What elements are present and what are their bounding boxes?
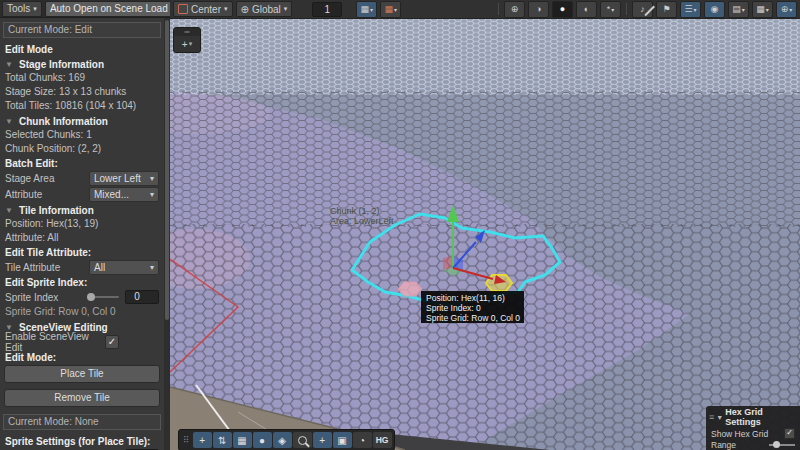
sprite-index-label: Sprite Index <box>5 292 89 303</box>
chevron-down-icon: ▾ <box>150 263 154 272</box>
move-icon: + <box>319 435 325 446</box>
hex-grid-tool-button[interactable]: HG <box>373 432 392 448</box>
move-tool-button[interactable]: + <box>193 432 212 448</box>
gizmo-flag-toggle[interactable]: ⚑ <box>656 1 677 18</box>
layers-tool-button[interactable]: ◈ <box>273 432 292 448</box>
chevron-down-icon: ▾ <box>370 6 373 13</box>
grid-tool-button[interactable]: ▦ <box>233 432 252 448</box>
tool-handle-rotation-dropdown[interactable]: ⊕ Global ▾ <box>236 1 293 17</box>
overlay-drag-handle[interactable]: ═ <box>174 28 200 36</box>
window-toolbar: Tools ▾ Auto Open on Scene Load Display:… <box>0 0 170 18</box>
chevron-down-icon: ▾ <box>224 5 228 13</box>
wireframe-icon: ◑ <box>536 4 541 14</box>
tools-overlay-collapsed[interactable]: ═ + ▾ <box>173 27 201 53</box>
attribute-label: Attribute <box>5 189 89 200</box>
slider-knob[interactable] <box>87 293 95 301</box>
increment-snap-icon: ▦ <box>385 4 394 14</box>
show-hex-grid-checkbox[interactable]: ✓ <box>784 428 795 439</box>
camera-settings-dropdown[interactable]: ▦ ▾ <box>752 1 773 18</box>
auto-open-toggle[interactable]: Auto Open on Scene Load <box>45 1 170 17</box>
render-mode-button[interactable]: ⊕ <box>504 1 525 18</box>
slider-knob[interactable] <box>773 441 780 448</box>
tools-label: Tools <box>7 3 30 15</box>
shadows-icon: ◐ <box>584 4 589 14</box>
chunk-label-line2: Area: LowerLeft <box>330 216 394 226</box>
zoom-tool-button[interactable] <box>293 432 312 448</box>
foldout-chunk-information[interactable]: ▼ Chunk Information <box>0 113 164 128</box>
overlay-drag-handle[interactable]: ≡ <box>709 412 714 422</box>
shapes-tool-button[interactable]: ▣ <box>333 432 352 448</box>
enable-sceneview-checkbox[interactable]: ✓ <box>105 335 119 349</box>
audio-muted-icon: ♪ <box>640 4 645 14</box>
increment-snap-dropdown[interactable]: ▦ ▾ <box>380 1 401 18</box>
brush-tool-button[interactable]: ● <box>253 432 272 448</box>
grid-icon: ▦ <box>237 435 246 446</box>
chevron-down-icon: ▾ <box>394 6 397 13</box>
current-edit-mode-box: Current Mode: None <box>3 414 161 430</box>
stage-area-label: Stage Area <box>5 173 89 184</box>
scene-view-toolbar: Center ▾ ⊕ Global ▾ 1 ▦ ▾ ▦ ▾ ⊕ ◑ ● ◐ * … <box>170 0 800 19</box>
wireframe-mode-button[interactable]: ◑ <box>528 1 549 18</box>
orient-tool-button[interactable]: ◔ <box>353 432 372 448</box>
foldout-triangle-icon: ▼ <box>5 117 19 126</box>
tile-attribute-dropdown[interactable]: All ▾ <box>89 260 159 275</box>
stage-area-dropdown[interactable]: Lower Left ▾ <box>89 171 159 186</box>
remove-tile-button[interactable]: Remove Tile <box>4 389 160 407</box>
sprite-index-slider[interactable] <box>89 296 119 298</box>
chunk-position-value: Chunk Position: (2, 2) <box>0 142 164 156</box>
scene-view-canvas[interactable]: Chunk (1, 2) Area: LowerLeft Position: H… <box>170 19 800 450</box>
foldout-tile-information[interactable]: ▼ Tile Information <box>0 202 164 217</box>
move-tool-icon: + <box>182 39 188 50</box>
tools-menu-button[interactable]: Tools ▾ <box>2 1 42 17</box>
lighting-icon: ● <box>560 4 565 14</box>
tool-handle-position-dropdown[interactable]: Center ▾ <box>173 1 233 17</box>
chevron-down-icon: ▾ <box>189 40 193 48</box>
chevron-down-icon: ▾ <box>742 6 745 13</box>
chevron-down-icon: ▾ <box>284 5 288 13</box>
tooltip-sprite-grid: Sprite Grid: Row 0, Col 0 <box>426 313 520 323</box>
scene-lighting-toggle[interactable]: ● <box>552 1 573 18</box>
audio-mute-toggle[interactable]: ♪ <box>632 1 653 18</box>
gizmos-dropdown[interactable]: ⊕ ▾ <box>776 1 797 18</box>
sprite-settings-label: Sprite Settings (for Place Tile): <box>0 434 164 448</box>
hex-grid-mid <box>170 91 800 227</box>
hex-grid-far <box>170 19 800 95</box>
scene-visibility-toggle[interactable]: ◉ <box>704 1 725 18</box>
overlay-drag-handle[interactable]: ⠿ <box>181 435 192 445</box>
tile-tooltip: Position: Hex(11, 16) Sprite Index: 0 Sp… <box>421 291 524 323</box>
adjust-tool-button[interactable]: ⇅ <box>213 432 232 448</box>
overlay-menu-dropdown[interactable]: ▤ ▾ <box>728 1 749 18</box>
gizmo-plane-red[interactable] <box>443 256 453 270</box>
stage-size-value: Stage Size: 13 x 13 chunks <box>0 85 164 99</box>
foldout-triangle-icon[interactable]: ▼ <box>716 414 723 421</box>
edit-sprite-index-label: Edit Sprite Index: <box>0 275 164 289</box>
enable-sceneview-label: Enable SceneView Edit <box>5 331 89 353</box>
tile-position-value: Position: Hex(13, 19) <box>0 217 164 231</box>
globe-icon: ⊕ <box>241 4 249 15</box>
current-mode-box: Current Mode: Edit <box>3 22 161 38</box>
hg-label: HG <box>376 435 389 445</box>
layers-icon: ◈ <box>278 435 286 446</box>
show-hex-grid-label: Show Hex Grid <box>711 429 768 439</box>
attribute-dropdown[interactable]: Mixed... ▾ <box>89 187 159 202</box>
range-slider[interactable] <box>769 444 795 446</box>
overlay-icon: ▤ <box>732 4 741 14</box>
chevron-down-icon: ▾ <box>33 3 37 15</box>
gizmo-axis-icon: ⊕ <box>781 4 789 14</box>
layers-icon: ☰ <box>684 4 692 14</box>
effects-icon: * <box>607 4 611 14</box>
grid-snapping-dropdown[interactable]: ▦ ▾ <box>356 1 377 18</box>
place-tile-button[interactable]: Place Tile <box>4 365 160 383</box>
chunk-label-line1: Chunk (1, 2) <box>330 206 380 216</box>
transform-tool-button[interactable]: + <box>313 432 332 448</box>
grid-snap-size-field[interactable]: 1 <box>312 2 342 17</box>
move-icon: + <box>199 435 205 446</box>
shadows-toggle[interactable]: ◐ <box>576 1 597 18</box>
sprite-index-field[interactable]: 0 <box>125 290 159 304</box>
total-tiles-value: Total Tiles: 10816 (104 x 104) <box>0 99 164 113</box>
scene-effects-dropdown[interactable]: * ▾ <box>600 1 621 18</box>
pink-highlight-hex[interactable] <box>398 282 422 296</box>
layers-dropdown[interactable]: ☰ ▾ <box>680 1 701 18</box>
range-label: Range <box>711 440 736 450</box>
foldout-stage-information[interactable]: ▼ Stage Information <box>0 56 164 71</box>
